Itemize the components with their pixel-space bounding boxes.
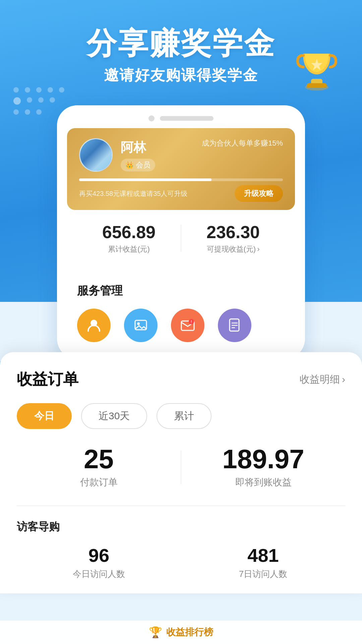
visitor-stats: 96 今日访问人数 481 7日访问人数 (17, 544, 345, 580)
visitor-today-value: 96 (17, 544, 181, 566)
bottom-banner-text: 收益排行榜 (166, 626, 213, 639)
withdrawable-value: 236.30 (181, 222, 285, 242)
visitor-today-label: 今日访问人数 (17, 568, 181, 580)
trophy-small-icon: 🏆 (149, 626, 162, 639)
visitor-week-value: 481 (181, 544, 345, 566)
service-icon-user[interactable] (77, 309, 111, 342)
svg-rect-5 (135, 320, 146, 330)
service-icon-document[interactable] (218, 309, 251, 342)
member-badge-text: 会员 (136, 160, 150, 170)
phone-mockup: 阿林 👑 会员 成为合伙人每单多赚15% 再买423.58元课程或邀请35人可升… (57, 105, 305, 359)
visitor-section: 访客导购 96 今日访问人数 481 7日访问人数 (17, 505, 345, 580)
progress-text: 再买423.58元课程或邀请35人可升级 (79, 189, 187, 198)
user-info: 阿林 👑 会员 (79, 138, 155, 172)
cumulative-label: 累计收益(元) (77, 244, 181, 254)
income-stat: 189.97 即将到账收益 (181, 446, 345, 489)
member-badge: 👑 会员 (121, 159, 155, 171)
progress-bar-bg (79, 178, 283, 181)
header-section: 分享赚奖学金 邀请好友购课得奖学金 (0, 0, 362, 85)
order-stats: 25 付款订单 189.97 即将到账收益 (17, 446, 345, 489)
decorative-dots (13, 87, 64, 119)
visitor-week-label: 7日访问人数 (181, 568, 345, 580)
service-title: 服务管理 (77, 283, 285, 299)
upgrade-button[interactable]: 升级攻略 (235, 185, 283, 202)
tab-group: 今日 近30天 累计 (17, 403, 345, 429)
visitor-title: 访客导购 (17, 520, 345, 534)
service-icons: ! (77, 309, 285, 342)
avatar (79, 138, 113, 172)
cumulative-value: 656.89 (77, 222, 181, 242)
visitor-week-stat: 481 7日访问人数 (181, 544, 345, 580)
partner-text: 成为合伙人每单多赚15% (202, 138, 283, 148)
income-label: 即将到账收益 (181, 476, 345, 489)
stats-section: 656.89 累计收益(元) 236.30 可提现收益(元) › (67, 210, 295, 266)
user-card: 阿林 👑 会员 成为合伙人每单多赚15% 再买423.58元课程或邀请35人可升… (67, 128, 295, 210)
withdrawable-stat[interactable]: 236.30 可提现收益(元) › (181, 222, 285, 254)
document-service-icon (218, 309, 251, 342)
svg-text:!: ! (191, 320, 192, 324)
svg-point-6 (137, 322, 140, 325)
user-text: 阿林 👑 会员 (121, 139, 155, 171)
image-service-icon (124, 309, 158, 342)
tab-today[interactable]: 今日 (17, 403, 72, 429)
progress-info: 再买423.58元课程或邀请35人可升级 升级攻略 (79, 185, 283, 202)
cumulative-stat: 656.89 累计收益(元) (77, 222, 181, 254)
main-title: 分享赚奖学金 (0, 27, 362, 60)
card-link[interactable]: 收益明细 › (300, 373, 345, 386)
service-icon-envelope[interactable]: ! (171, 309, 204, 342)
bottom-banner-content: 🏆 收益排行榜 (149, 626, 213, 639)
username: 阿林 (121, 139, 155, 156)
tab-cumulative[interactable]: 累计 (157, 403, 212, 429)
bottom-banner[interactable]: 🏆 收益排行榜 (0, 620, 362, 644)
order-count-value: 25 (17, 446, 181, 473)
withdrawable-label: 可提现收益(元) › (181, 244, 285, 254)
crown-icon: 👑 (125, 161, 134, 169)
service-section: 服务管理 (67, 273, 295, 352)
progress-section: 再买423.58元课程或邀请35人可升级 升级攻略 (79, 178, 283, 202)
card-header: 收益订单 收益明细 › (17, 369, 345, 390)
progress-bar-fill (79, 178, 212, 181)
service-icon-image[interactable] (124, 309, 158, 342)
user-service-icon (77, 309, 111, 342)
phone-notch (57, 115, 305, 121)
visitor-today-stat: 96 今日访问人数 (17, 544, 181, 580)
income-card: 收益订单 收益明细 › 今日 近30天 累计 25 付款订单 189.97 即将… (0, 352, 362, 593)
tab-30days[interactable]: 近30天 (81, 403, 147, 429)
notch-bar (160, 116, 214, 121)
envelope-service-icon: ! (171, 309, 204, 342)
card-title: 收益订单 (17, 369, 78, 390)
sub-title: 邀请好友购课得奖学金 (0, 65, 362, 85)
income-value: 189.97 (181, 446, 345, 473)
notch-dot (148, 115, 155, 121)
order-count-label: 付款订单 (17, 476, 181, 489)
order-count-stat: 25 付款订单 (17, 446, 181, 489)
